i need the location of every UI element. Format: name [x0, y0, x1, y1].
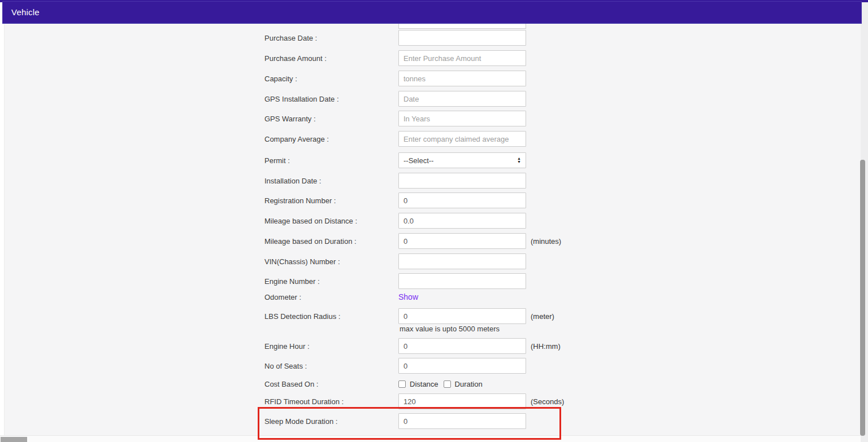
capacity-input[interactable]: [398, 71, 526, 86]
horizontal-scrollbar-thumb[interactable]: [1, 437, 27, 442]
form-row-cost-based-on: Cost Based On : Distance Duration: [264, 376, 488, 392]
mileage-duration-input[interactable]: [398, 233, 526, 249]
form-row-mileage-duration: Mileage based on Duration : (minutes): [264, 233, 561, 249]
gps-warranty-input[interactable]: [398, 111, 526, 126]
form-row-no-of-seats: No of Seats :: [264, 358, 526, 374]
permit-select[interactable]: --Select--: [398, 152, 526, 168]
form-row-vin-chassis: VIN(Chassis) Number :: [264, 253, 526, 269]
form-row-odometer: Odometer : Show: [264, 289, 418, 305]
vin-chassis-input[interactable]: [398, 253, 526, 269]
purchase-amount-label: Purchase Amount :: [264, 54, 398, 63]
gps-installation-date-input[interactable]: [398, 91, 526, 107]
clipped-input-above[interactable]: [398, 24, 526, 29]
registration-number-label: Registration Number :: [264, 196, 398, 205]
engine-number-label: Engine Number :: [264, 277, 398, 286]
distance-checkbox-group[interactable]: Distance: [398, 380, 439, 388]
lbs-detection-radius-input[interactable]: [398, 308, 526, 324]
form-row-purchase-amount: Purchase Amount :: [264, 50, 526, 66]
mileage-distance-input[interactable]: [398, 213, 526, 229]
distance-checkbox-label: Distance: [410, 380, 439, 388]
mileage-duration-unit: (minutes): [531, 237, 561, 246]
duration-checkbox-label: Duration: [455, 380, 483, 388]
sleep-mode-highlight-box: [258, 407, 561, 440]
form-row-engine-hour: Engine Hour : (HH:mm): [264, 338, 561, 354]
duration-checkbox[interactable]: [444, 380, 451, 388]
form-row-installation-date: Installation Date :: [264, 173, 526, 189]
registration-number-input[interactable]: [398, 192, 526, 208]
odometer-show-link[interactable]: Show: [398, 292, 418, 301]
odometer-label: Odometer :: [264, 293, 398, 301]
form-row-registration-number: Registration Number :: [264, 192, 526, 208]
permit-label: Permit :: [264, 156, 398, 165]
no-of-seats-input[interactable]: [398, 358, 526, 374]
installation-date-label: Installation Date :: [264, 177, 398, 185]
rfid-timeout-unit: (Seconds): [531, 397, 564, 406]
form-row-engine-number: Engine Number :: [264, 273, 526, 289]
rfid-timeout-label: RFID Timeout Duration :: [264, 397, 398, 406]
no-of-seats-label: No of Seats :: [264, 362, 398, 370]
form-row-gps-warranty: GPS Warranty :: [264, 111, 526, 126]
purchase-amount-input[interactable]: [398, 50, 526, 66]
gps-installation-date-label: GPS Installation Date :: [264, 95, 398, 103]
page-title: Vehicle: [11, 7, 40, 17]
company-average-label: Company Average :: [264, 135, 398, 143]
form-row-capacity: Capacity :: [264, 71, 526, 86]
mileage-distance-label: Mileage based on Distance :: [264, 217, 398, 225]
form-row-mileage-distance: Mileage based on Distance :: [264, 213, 526, 229]
gps-warranty-label: GPS Warranty :: [264, 115, 398, 123]
mileage-duration-label: Mileage based on Duration :: [264, 237, 398, 246]
engine-hour-unit: (HH:mm): [531, 342, 561, 351]
form-row-permit: Permit : --Select-- ▲▼: [264, 152, 526, 168]
lbs-detection-radius-unit: (meter): [531, 312, 554, 321]
form-row-purchase-date: Purchase Date :: [264, 30, 526, 46]
vin-chassis-label: VIN(Chassis) Number :: [264, 257, 398, 266]
company-average-input[interactable]: [398, 131, 526, 147]
installation-date-input[interactable]: [398, 173, 526, 189]
purchase-date-input[interactable]: [398, 30, 526, 46]
duration-checkbox-group[interactable]: Duration: [444, 380, 483, 388]
engine-number-input[interactable]: [398, 273, 526, 289]
lbs-detection-radius-label: LBS Detection Radius :: [264, 312, 398, 321]
purchase-date-label: Purchase Date :: [264, 34, 398, 42]
form-row-gps-installation-date: GPS Installation Date :: [264, 91, 526, 107]
page-header: Vehicle: [2, 1, 862, 24]
form-row-lbs-detection-radius: LBS Detection Radius : (meter): [264, 308, 554, 324]
engine-hour-input[interactable]: [398, 338, 526, 354]
capacity-label: Capacity :: [264, 75, 398, 83]
lbs-max-value-helper: max value is upto 5000 meters: [400, 325, 500, 333]
cost-based-on-label: Cost Based On :: [264, 380, 398, 388]
engine-hour-label: Engine Hour :: [264, 342, 398, 351]
vertical-scrollbar-thumb[interactable]: [860, 160, 865, 436]
form-row-company-average: Company Average :: [264, 131, 526, 147]
distance-checkbox[interactable]: [398, 380, 406, 388]
